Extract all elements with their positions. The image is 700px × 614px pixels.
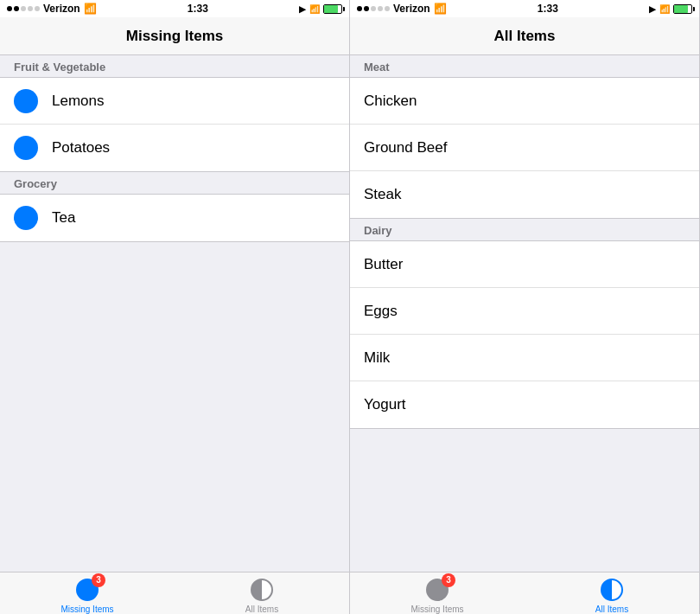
section-header-dairy: Dairy xyxy=(350,219,699,240)
item-label-ground-beef: Ground Beef xyxy=(364,139,447,157)
list-item[interactable]: Chicken xyxy=(350,78,699,125)
tab-badge-missing-right: 3 xyxy=(442,573,455,587)
signal-dot-5 xyxy=(35,6,40,11)
time-display: 1:33 xyxy=(188,3,208,15)
section-header-grocery: Grocery xyxy=(0,172,349,194)
battery-fill-right xyxy=(674,5,688,13)
wifi-icon-right: 📶 xyxy=(434,3,447,15)
list-item[interactable]: Potatoes xyxy=(0,125,349,171)
blue-circle-lemons xyxy=(14,89,38,113)
blue-circle-tea xyxy=(14,206,38,230)
signal-dot-1r xyxy=(357,6,362,11)
battery-fill xyxy=(324,5,338,13)
all-items-icon xyxy=(251,579,273,601)
tab-missing-items-right[interactable]: 3 Missing Items xyxy=(350,572,525,614)
status-right-right: ▶ 📶 xyxy=(649,4,692,14)
content-left: Fruit & Vegetable Lemons Potatoes Grocer… xyxy=(0,55,349,572)
tab-icon-all-right xyxy=(599,577,625,603)
nav-title-left: Missing Items xyxy=(126,28,223,45)
grocery-section: Tea xyxy=(0,194,349,242)
tab-icon-missing-right: 3 xyxy=(424,577,450,603)
bluetooth-icon: 📶 xyxy=(309,4,320,14)
signal-dots xyxy=(7,6,40,11)
status-left: Verizon 📶 xyxy=(7,3,97,15)
wifi-icon: 📶 xyxy=(84,3,97,15)
item-label-milk: Milk xyxy=(364,349,390,367)
status-left-right: Verizon 📶 xyxy=(357,3,447,15)
location-icon: ▶ xyxy=(299,4,306,14)
signal-dot-2 xyxy=(14,6,19,11)
tab-badge-missing: 3 xyxy=(92,573,105,587)
carrier-label-right: Verizon xyxy=(393,3,430,15)
section-header-meat: Meat xyxy=(350,55,699,77)
list-item[interactable]: Ground Beef xyxy=(350,125,699,171)
tab-label-missing: Missing Items xyxy=(60,604,113,614)
signal-dot-1 xyxy=(7,6,12,11)
nav-bar-left: Missing Items xyxy=(0,17,349,55)
section-header-fruit: Fruit & Vegetable xyxy=(0,55,349,77)
tab-missing-items-left[interactable]: 3 Missing Items xyxy=(0,572,175,614)
list-item[interactable]: Tea xyxy=(0,195,349,241)
tab-label-missing-right: Missing Items xyxy=(410,604,463,614)
left-panel: Verizon 📶 1:33 ▶ 📶 Missing Items Fruit &… xyxy=(0,0,350,614)
blue-circle-potatoes xyxy=(14,136,38,160)
list-item[interactable]: Butter xyxy=(350,241,699,288)
item-label-butter: Butter xyxy=(364,256,403,273)
bluetooth-icon-right: 📶 xyxy=(659,4,670,14)
location-icon-right: ▶ xyxy=(649,4,656,14)
status-right: ▶ 📶 xyxy=(299,4,342,14)
tab-all-items-right[interactable]: All Items xyxy=(525,572,699,614)
signal-dots-right xyxy=(357,6,390,11)
tab-icon-missing: 3 xyxy=(74,577,100,603)
status-bar-right: Verizon 📶 1:33 ▶ 📶 xyxy=(350,0,699,17)
list-item[interactable]: Lemons xyxy=(0,78,349,125)
item-label-tea: Tea xyxy=(52,209,75,227)
tab-bar-left: 3 Missing Items All Items xyxy=(0,572,349,614)
status-bar-left: Verizon 📶 1:33 ▶ 📶 xyxy=(0,0,349,17)
nav-bar-right: All Items xyxy=(350,17,699,55)
carrier-label: Verizon xyxy=(43,3,80,15)
signal-dot-3r xyxy=(371,6,376,11)
list-item[interactable]: Steak xyxy=(350,171,699,218)
meat-section: Chicken Ground Beef Steak xyxy=(350,77,699,219)
item-label-lemons: Lemons xyxy=(52,93,104,110)
all-items-icon-right xyxy=(601,579,623,601)
nav-title-right: All Items xyxy=(494,28,556,45)
list-item[interactable]: Yogurt xyxy=(350,381,699,428)
tab-all-items-left[interactable]: All Items xyxy=(175,572,349,614)
tab-label-all-right: All Items xyxy=(595,604,628,614)
item-label-chicken: Chicken xyxy=(364,93,417,110)
tab-bar-right: 3 Missing Items All Items xyxy=(350,572,699,614)
right-panel: Verizon 📶 1:33 ▶ 📶 All Items Meat Chicke… xyxy=(350,0,700,614)
item-label-steak: Steak xyxy=(364,186,401,203)
list-item[interactable]: Milk xyxy=(350,335,699,381)
signal-dot-2r xyxy=(364,6,369,11)
signal-dot-3 xyxy=(21,6,26,11)
item-label-yogurt: Yogurt xyxy=(364,396,406,413)
time-display-right: 1:33 xyxy=(538,3,558,15)
signal-dot-5r xyxy=(385,6,390,11)
tab-label-all: All Items xyxy=(245,604,278,614)
tab-icon-all xyxy=(249,577,275,603)
battery-icon xyxy=(323,4,342,14)
item-label-eggs: Eggs xyxy=(364,303,398,320)
signal-dot-4 xyxy=(28,6,33,11)
dairy-section: Butter Eggs Milk Yogurt xyxy=(350,240,699,429)
fruit-section: Lemons Potatoes xyxy=(0,77,349,172)
content-right: Meat Chicken Ground Beef Steak Dairy But… xyxy=(350,55,699,572)
signal-dot-4r xyxy=(378,6,383,11)
item-label-potatoes: Potatoes xyxy=(52,139,110,157)
list-item[interactable]: Eggs xyxy=(350,288,699,335)
battery-icon-right xyxy=(673,4,692,14)
